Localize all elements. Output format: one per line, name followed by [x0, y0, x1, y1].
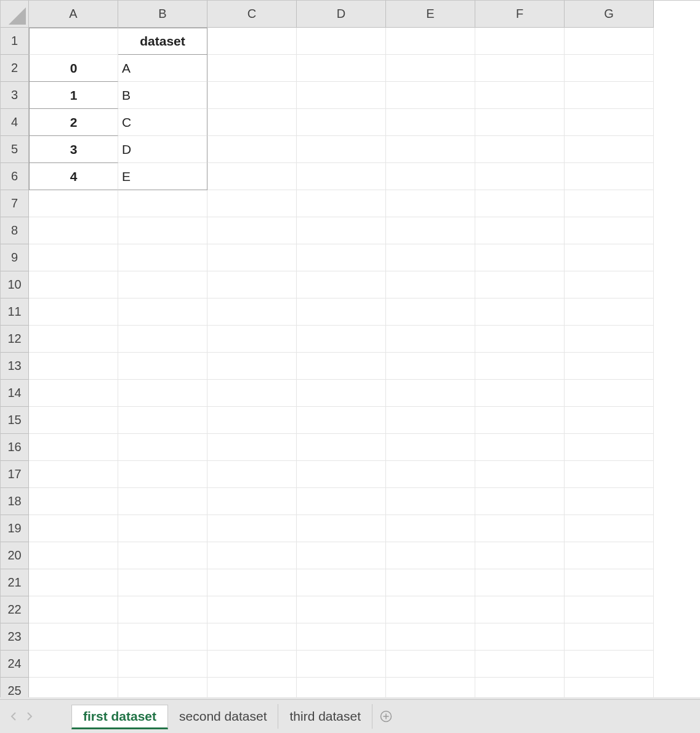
cell-E16[interactable] — [386, 434, 475, 461]
cell-A12[interactable] — [29, 326, 118, 353]
cell-E9[interactable] — [386, 244, 475, 271]
cell-B17[interactable] — [118, 461, 207, 488]
cell-D13[interactable] — [297, 353, 386, 380]
row-header-18[interactable]: 18 — [1, 488, 29, 515]
cell-C19[interactable] — [207, 515, 297, 542]
cell-C22[interactable] — [207, 596, 297, 623]
cell-F23[interactable] — [475, 623, 565, 651]
cell-E21[interactable] — [386, 569, 475, 596]
cell-F4[interactable] — [475, 109, 565, 136]
sheet-tab-third-dataset[interactable]: third dataset — [278, 704, 372, 729]
cell-D14[interactable] — [297, 380, 386, 407]
row-header-3[interactable]: 3 — [1, 82, 29, 109]
cell-B7[interactable] — [118, 190, 207, 217]
worksheet-grid[interactable]: A B C D E F G 1 dataset 2 0 A 3 1 B — [0, 0, 700, 697]
cell-A13[interactable] — [29, 353, 118, 380]
cell-A5[interactable]: 3 — [29, 136, 118, 163]
cell-D8[interactable] — [297, 217, 386, 244]
cell-E15[interactable] — [386, 407, 475, 434]
cell-A9[interactable] — [29, 244, 118, 271]
cell-F15[interactable] — [475, 407, 565, 434]
cell-A23[interactable] — [29, 623, 118, 651]
cell-E3[interactable] — [386, 82, 475, 109]
cell-G11[interactable] — [565, 298, 654, 326]
cell-D19[interactable] — [297, 515, 386, 542]
cell-A8[interactable] — [29, 217, 118, 244]
cell-C23[interactable] — [207, 623, 297, 651]
cell-D6[interactable] — [297, 163, 386, 190]
cell-A1[interactable] — [29, 28, 118, 55]
cell-E22[interactable] — [386, 596, 475, 623]
select-all-corner[interactable] — [1, 1, 29, 28]
row-header-17[interactable]: 17 — [1, 461, 29, 488]
cell-G20[interactable] — [565, 542, 654, 569]
cell-A15[interactable] — [29, 407, 118, 434]
cell-F6[interactable] — [475, 163, 565, 190]
cell-C10[interactable] — [207, 271, 297, 298]
row-header-13[interactable]: 13 — [1, 353, 29, 380]
cell-F8[interactable] — [475, 217, 565, 244]
cell-G21[interactable] — [565, 569, 654, 596]
row-header-21[interactable]: 21 — [1, 569, 29, 596]
cell-G24[interactable] — [565, 651, 654, 678]
cell-D3[interactable] — [297, 82, 386, 109]
cell-G7[interactable] — [565, 190, 654, 217]
cell-A14[interactable] — [29, 380, 118, 407]
cell-B9[interactable] — [118, 244, 207, 271]
cell-B12[interactable] — [118, 326, 207, 353]
cell-E20[interactable] — [386, 542, 475, 569]
row-header-12[interactable]: 12 — [1, 326, 29, 353]
cell-B10[interactable] — [118, 271, 207, 298]
cell-G17[interactable] — [565, 461, 654, 488]
cell-G15[interactable] — [565, 407, 654, 434]
cell-A24[interactable] — [29, 651, 118, 678]
col-header-F[interactable]: F — [475, 1, 565, 28]
cell-E17[interactable] — [386, 461, 475, 488]
cell-E19[interactable] — [386, 515, 475, 542]
cell-F20[interactable] — [475, 542, 565, 569]
cell-C13[interactable] — [207, 353, 297, 380]
cell-B25[interactable] — [118, 678, 207, 697]
cell-E8[interactable] — [386, 217, 475, 244]
cell-D4[interactable] — [297, 109, 386, 136]
cell-F3[interactable] — [475, 82, 565, 109]
cell-D25[interactable] — [297, 678, 386, 697]
cell-D9[interactable] — [297, 244, 386, 271]
cell-E18[interactable] — [386, 488, 475, 515]
cell-D10[interactable] — [297, 271, 386, 298]
cell-B23[interactable] — [118, 623, 207, 651]
row-header-23[interactable]: 23 — [1, 623, 29, 651]
row-header-22[interactable]: 22 — [1, 596, 29, 623]
cell-G23[interactable] — [565, 623, 654, 651]
cell-G9[interactable] — [565, 244, 654, 271]
cell-G2[interactable] — [565, 55, 654, 82]
cell-D1[interactable] — [297, 28, 386, 55]
cell-D24[interactable] — [297, 651, 386, 678]
cell-C8[interactable] — [207, 217, 297, 244]
cell-G22[interactable] — [565, 596, 654, 623]
row-header-10[interactable]: 10 — [1, 271, 29, 298]
tab-scroll-right-icon[interactable] — [22, 709, 37, 724]
row-header-15[interactable]: 15 — [1, 407, 29, 434]
cell-G3[interactable] — [565, 82, 654, 109]
cell-C14[interactable] — [207, 380, 297, 407]
cell-D2[interactable] — [297, 55, 386, 82]
tab-scroll-left-icon[interactable] — [6, 709, 21, 724]
cell-E5[interactable] — [386, 136, 475, 163]
cell-A22[interactable] — [29, 596, 118, 623]
cell-B19[interactable] — [118, 515, 207, 542]
cell-B13[interactable] — [118, 353, 207, 380]
cell-F24[interactable] — [475, 651, 565, 678]
cell-G16[interactable] — [565, 434, 654, 461]
cell-D7[interactable] — [297, 190, 386, 217]
cell-D20[interactable] — [297, 542, 386, 569]
cell-B16[interactable] — [118, 434, 207, 461]
cell-E25[interactable] — [386, 678, 475, 697]
cell-F25[interactable] — [475, 678, 565, 697]
cell-D23[interactable] — [297, 623, 386, 651]
cell-D15[interactable] — [297, 407, 386, 434]
col-header-G[interactable]: G — [565, 1, 654, 28]
cell-F11[interactable] — [475, 298, 565, 326]
cell-A19[interactable] — [29, 515, 118, 542]
cell-E12[interactable] — [386, 326, 475, 353]
